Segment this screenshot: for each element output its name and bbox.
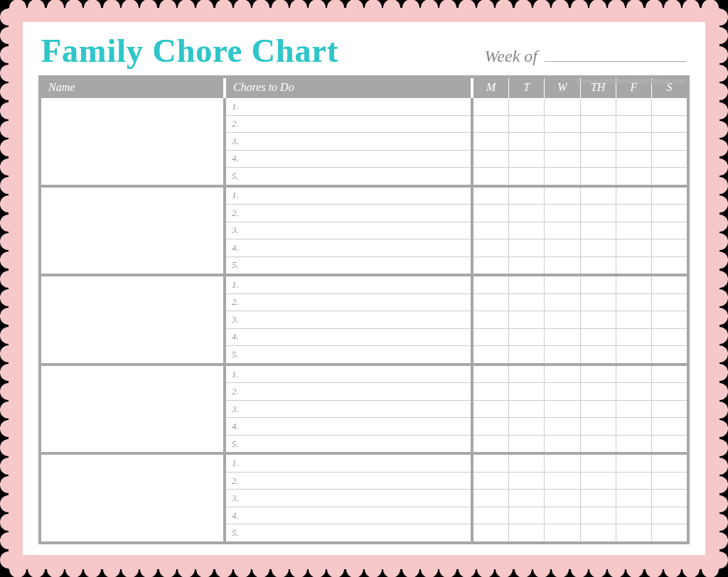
day-checkbox[interactable]	[651, 401, 687, 418]
day-checkbox[interactable]	[473, 276, 508, 293]
day-checkbox[interactable]	[544, 436, 579, 453]
day-checkbox[interactable]	[508, 455, 544, 472]
chore-line[interactable]: 1.	[226, 276, 471, 294]
day-checkbox[interactable]	[508, 473, 544, 490]
name-cell[interactable]	[41, 98, 226, 185]
day-checkbox[interactable]	[508, 401, 544, 418]
chore-line[interactable]: 1.	[226, 98, 471, 116]
day-checkbox[interactable]	[651, 346, 687, 363]
day-checkbox[interactable]	[473, 507, 508, 524]
day-checkbox[interactable]	[616, 455, 651, 472]
day-checkbox[interactable]	[508, 490, 544, 507]
name-cell[interactable]	[41, 455, 226, 541]
chore-line[interactable]: 2.	[226, 473, 471, 490]
chore-line[interactable]: 4.	[226, 151, 471, 168]
day-checkbox[interactable]	[580, 490, 616, 507]
day-checkbox[interactable]	[473, 294, 508, 311]
day-checkbox[interactable]	[473, 257, 508, 274]
day-checkbox[interactable]	[508, 222, 544, 239]
day-checkbox[interactable]	[508, 294, 544, 311]
chore-line[interactable]: 5.	[226, 168, 471, 185]
chore-line[interactable]: 4.	[226, 507, 471, 525]
day-checkbox[interactable]	[616, 418, 651, 435]
chore-line[interactable]: 2.	[226, 116, 471, 134]
day-checkbox[interactable]	[544, 239, 579, 257]
day-checkbox[interactable]	[508, 116, 544, 133]
day-checkbox[interactable]	[473, 490, 508, 507]
day-checkbox[interactable]	[616, 329, 651, 346]
day-checkbox[interactable]	[651, 276, 687, 293]
day-checkbox[interactable]	[508, 507, 544, 524]
day-checkbox[interactable]	[616, 490, 651, 507]
day-checkbox[interactable]	[580, 418, 616, 435]
day-checkbox[interactable]	[651, 383, 687, 400]
day-checkbox[interactable]	[473, 383, 508, 400]
day-checkbox[interactable]	[508, 366, 544, 383]
day-checkbox[interactable]	[544, 490, 579, 507]
day-checkbox[interactable]	[580, 257, 616, 274]
day-checkbox[interactable]	[544, 294, 579, 311]
day-checkbox[interactable]	[651, 239, 687, 257]
chore-line[interactable]: 2.	[226, 383, 471, 401]
day-checkbox[interactable]	[473, 205, 508, 222]
day-checkbox[interactable]	[544, 98, 579, 115]
day-checkbox[interactable]	[580, 383, 616, 400]
day-checkbox[interactable]	[616, 205, 651, 222]
day-checkbox[interactable]	[651, 116, 687, 133]
day-checkbox[interactable]	[580, 473, 616, 490]
day-checkbox[interactable]	[651, 257, 687, 274]
day-checkbox[interactable]	[616, 188, 651, 205]
day-checkbox[interactable]	[473, 346, 508, 363]
day-checkbox[interactable]	[651, 98, 687, 115]
day-checkbox[interactable]	[616, 401, 651, 418]
day-checkbox[interactable]	[473, 188, 508, 205]
day-checkbox[interactable]	[616, 524, 651, 541]
day-checkbox[interactable]	[473, 401, 508, 418]
day-checkbox[interactable]	[508, 168, 544, 185]
day-checkbox[interactable]	[508, 383, 544, 400]
day-checkbox[interactable]	[616, 507, 651, 524]
day-checkbox[interactable]	[544, 257, 579, 274]
day-checkbox[interactable]	[544, 418, 579, 435]
day-checkbox[interactable]	[473, 524, 508, 541]
day-checkbox[interactable]	[473, 455, 508, 472]
day-checkbox[interactable]	[580, 116, 616, 133]
day-checkbox[interactable]	[580, 311, 616, 328]
day-checkbox[interactable]	[544, 133, 579, 150]
day-checkbox[interactable]	[651, 455, 687, 472]
day-checkbox[interactable]	[580, 276, 616, 293]
day-checkbox[interactable]	[580, 294, 616, 311]
chore-line[interactable]: 1.	[226, 188, 471, 205]
day-checkbox[interactable]	[616, 294, 651, 311]
day-checkbox[interactable]	[544, 276, 579, 293]
day-checkbox[interactable]	[580, 507, 616, 524]
day-checkbox[interactable]	[544, 116, 579, 133]
chore-line[interactable]: 2.	[226, 294, 471, 312]
day-checkbox[interactable]	[616, 311, 651, 328]
day-checkbox[interactable]	[580, 188, 616, 205]
day-checkbox[interactable]	[473, 222, 508, 239]
day-checkbox[interactable]	[508, 188, 544, 205]
day-checkbox[interactable]	[508, 151, 544, 168]
chore-line[interactable]: 4.	[226, 418, 471, 436]
day-checkbox[interactable]	[616, 473, 651, 490]
day-checkbox[interactable]	[580, 222, 616, 239]
day-checkbox[interactable]	[616, 133, 651, 150]
chore-line[interactable]: 5.	[226, 524, 471, 541]
day-checkbox[interactable]	[508, 257, 544, 274]
day-checkbox[interactable]	[580, 205, 616, 222]
day-checkbox[interactable]	[616, 168, 651, 185]
day-checkbox[interactable]	[580, 524, 616, 541]
day-checkbox[interactable]	[651, 418, 687, 435]
day-checkbox[interactable]	[544, 524, 579, 541]
day-checkbox[interactable]	[473, 418, 508, 435]
day-checkbox[interactable]	[508, 311, 544, 328]
day-checkbox[interactable]	[651, 507, 687, 524]
day-checkbox[interactable]	[544, 151, 579, 168]
day-checkbox[interactable]	[616, 151, 651, 168]
day-checkbox[interactable]	[544, 205, 579, 222]
day-checkbox[interactable]	[544, 473, 579, 490]
day-checkbox[interactable]	[651, 205, 687, 222]
day-checkbox[interactable]	[616, 366, 651, 383]
day-checkbox[interactable]	[580, 133, 616, 150]
